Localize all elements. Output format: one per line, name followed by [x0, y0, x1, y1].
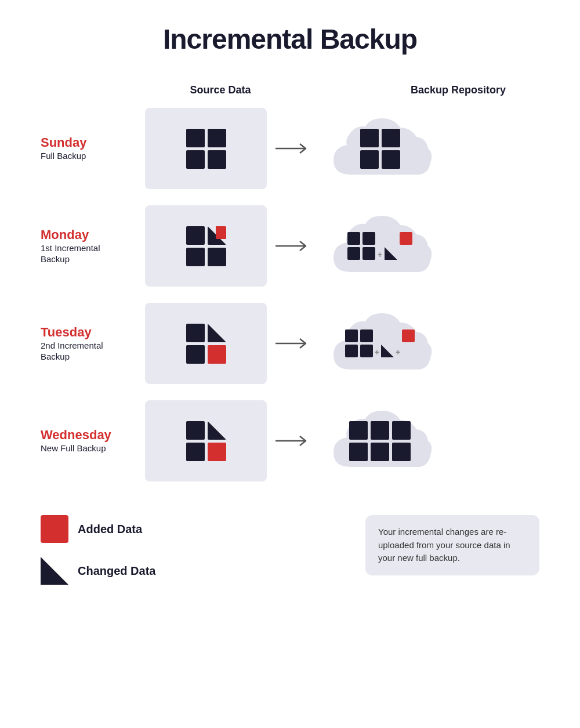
day-sub-tuesday: 2nd IncrementalBackup — [41, 340, 145, 363]
backup-repo-header: Backup Repository — [394, 84, 522, 96]
source-data-header: Source Data — [157, 84, 284, 96]
arrow-monday — [267, 238, 319, 254]
repo-wednesday — [319, 400, 441, 481]
cell — [371, 443, 389, 461]
cell — [186, 248, 205, 266]
row-tuesday: Tuesday 2nd IncrementalBackup + — [41, 303, 539, 384]
legend-note: Your incremental changes are re-uploaded… — [365, 515, 539, 575]
plus-sign: + — [378, 251, 382, 259]
cell — [186, 324, 205, 342]
repo-tuesday: + + — [319, 303, 441, 384]
changed-data-swatch — [41, 557, 68, 585]
cell — [382, 150, 400, 169]
day-label-tuesday: Tuesday 2nd IncrementalBackup — [41, 325, 145, 363]
source-tuesday — [145, 303, 267, 384]
cell — [186, 129, 205, 147]
repo-sunday — [319, 108, 441, 189]
added-data-swatch — [41, 515, 68, 543]
source-sunday — [145, 108, 267, 189]
cell — [208, 248, 226, 266]
legend-left: Added Data Changed Data — [41, 515, 155, 585]
cell-triangle — [208, 226, 226, 245]
arrow-tuesday — [267, 335, 319, 352]
cell-triangle-small — [385, 247, 397, 260]
cell — [186, 345, 205, 364]
cell — [349, 421, 368, 440]
day-sub-sunday: Full Backup — [41, 150, 145, 162]
cell-red — [400, 232, 412, 245]
day-sub-monday: 1st IncrementalBackup — [41, 242, 145, 265]
cell-red — [208, 443, 226, 461]
cell — [360, 150, 379, 169]
source-wednesday — [145, 400, 267, 481]
day-label-wednesday: Wednesday New Full Backup — [41, 428, 145, 454]
cell — [186, 421, 205, 440]
cell — [360, 129, 379, 147]
row-wednesday: Wednesday New Full Backup — [41, 400, 539, 481]
repo-grid-tuesday: + + — [345, 329, 415, 357]
cell-red — [208, 345, 226, 364]
arrow-sunday — [267, 140, 319, 157]
cell-triangle — [208, 421, 226, 440]
cell — [392, 421, 411, 440]
arrow-wednesday — [267, 433, 319, 449]
cell — [392, 443, 411, 461]
cell — [186, 443, 205, 461]
repo-monday: + — [319, 205, 441, 287]
cell-triangle-small — [381, 345, 394, 357]
cell — [186, 226, 205, 245]
source-monday — [145, 205, 267, 287]
row-sunday: Sunday Full Backup — [41, 108, 539, 189]
cell — [345, 345, 358, 357]
cell — [360, 329, 373, 342]
day-sub-wednesday: New Full Backup — [41, 443, 145, 454]
cell-red — [402, 329, 415, 342]
page-title: Incremental Backup — [163, 23, 417, 55]
legend: Added Data Changed Data Your incremental… — [41, 515, 539, 585]
cell — [186, 150, 205, 169]
day-name-sunday: Sunday — [41, 135, 145, 150]
legend-item-added: Added Data — [41, 515, 155, 543]
cell — [371, 421, 389, 440]
source-grid-sunday — [186, 129, 226, 169]
day-label-monday: Monday 1st IncrementalBackup — [41, 227, 145, 265]
cell — [362, 247, 375, 260]
cell — [362, 232, 375, 245]
repo-grid-monday: + — [347, 232, 412, 260]
added-data-label: Added Data — [78, 523, 142, 536]
plus-sign: + — [375, 348, 379, 356]
day-name-tuesday: Tuesday — [41, 325, 145, 340]
repo-grid-wednesday — [349, 421, 411, 461]
repo-grid-sunday — [360, 129, 400, 169]
cell-triangle — [208, 324, 226, 342]
plus-sign: + — [396, 348, 400, 356]
column-headers: Source Data Backup Repository — [41, 84, 539, 96]
cell — [347, 232, 360, 245]
cell — [360, 345, 373, 357]
day-name-wednesday: Wednesday — [41, 428, 145, 443]
day-label-sunday: Sunday Full Backup — [41, 135, 145, 162]
changed-data-label: Changed Data — [78, 564, 155, 578]
cell — [347, 247, 360, 260]
cell — [349, 443, 368, 461]
cell — [382, 129, 400, 147]
cell-red-overlay — [216, 226, 226, 239]
row-monday: Monday 1st IncrementalBackup — [41, 205, 539, 287]
cell — [208, 129, 226, 147]
cell — [345, 329, 358, 342]
day-name-monday: Monday — [41, 227, 145, 242]
legend-item-changed: Changed Data — [41, 557, 155, 585]
cell — [208, 150, 226, 169]
